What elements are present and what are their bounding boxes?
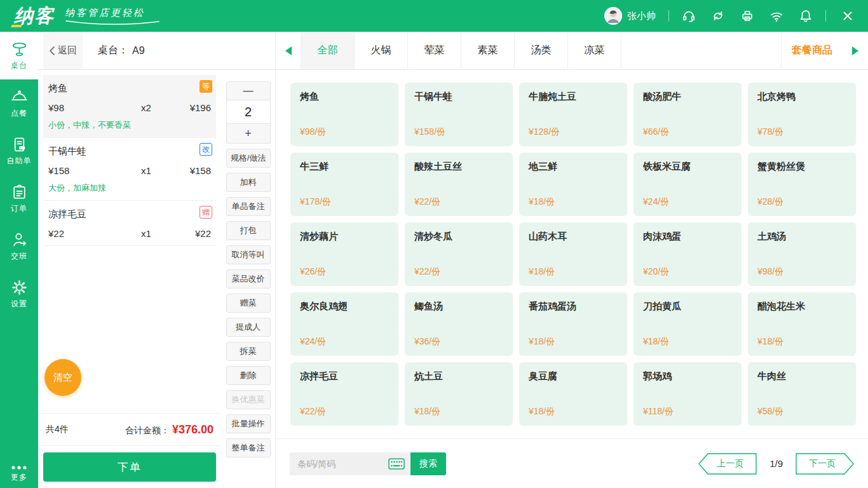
menu-item-card[interactable]: 鲫鱼汤¥36/份 xyxy=(405,292,513,356)
action-button[interactable]: 单品备注 xyxy=(226,197,271,216)
menu-item-name: 臭豆腐 xyxy=(529,370,618,383)
submit-order-button[interactable]: 下单 xyxy=(43,452,216,482)
menu-item-card[interactable]: 酸汤肥牛¥66/份 xyxy=(634,83,742,146)
sidebar-item-orders[interactable]: 订单 xyxy=(0,175,38,222)
menu-item-name: 蟹黄粉丝煲 xyxy=(757,161,846,173)
menu-item-card[interactable]: 烤鱼¥98/份 xyxy=(290,83,398,146)
menu-item-price: ¥22/份 xyxy=(300,406,389,417)
order-item-note: 小份，中辣，不要香菜 xyxy=(48,119,211,131)
menu-item-price: ¥18/份 xyxy=(529,196,618,208)
app-slogan: 纳客管店更轻松 xyxy=(65,7,160,25)
action-button[interactable]: 取消等叫 xyxy=(226,245,271,264)
keyboard-icon[interactable] xyxy=(383,452,410,475)
sidebar-item-settings[interactable]: 设置 xyxy=(0,270,38,318)
headset-icon[interactable] xyxy=(682,9,696,23)
menu-item-card[interactable]: 干锅牛蛙¥158/份 xyxy=(405,83,513,146)
sidebar-item-tables[interactable]: 桌台 xyxy=(0,32,38,79)
action-button[interactable]: 规格/做法 xyxy=(226,149,271,168)
wifi-icon[interactable] xyxy=(770,9,783,23)
action-button[interactable]: 打包 xyxy=(226,221,271,240)
action-button[interactable]: 提成人 xyxy=(226,318,271,337)
sidebar-item-self-order[interactable]: 自助单 xyxy=(0,127,38,175)
slogan-underline xyxy=(65,20,160,25)
category-tab[interactable]: 凉菜 xyxy=(567,32,621,69)
tab-combo-products[interactable]: 套餐商品 xyxy=(781,32,843,69)
menu-item-name: 刀拍黄瓜 xyxy=(643,301,732,313)
tabs-scroll-left-icon[interactable] xyxy=(276,32,301,69)
sidebar-item-shift[interactable]: 交班 xyxy=(0,222,38,270)
menu-item-price: ¥18/份 xyxy=(757,336,846,348)
menu-item-card[interactable]: 地三鲜¥18/份 xyxy=(519,152,627,216)
action-button[interactable]: 拆菜 xyxy=(226,342,271,361)
menu-item-card[interactable]: 牛肉丝¥58/份 xyxy=(748,362,856,426)
menu-item-card[interactable]: 臭豆腐¥18/份 xyxy=(519,362,627,426)
menu-item-card[interactable]: 番茄鸡蛋汤¥18/份 xyxy=(519,292,627,356)
cloche-icon xyxy=(11,88,28,105)
menu-item-card[interactable]: 刀拍黄瓜¥18/份 xyxy=(634,292,742,356)
action-button[interactable]: 批量操作 xyxy=(226,414,271,433)
menu-item-card[interactable]: 铁板米豆腐¥24/份 xyxy=(634,152,742,216)
menu-item-card[interactable]: 肉沫鸡蛋¥20/份 xyxy=(634,222,742,286)
close-icon[interactable] xyxy=(841,10,854,22)
menu-item-card[interactable]: 清炒冬瓜¥22/份 xyxy=(405,222,513,286)
menu-item-card[interactable]: 牛腩炖土豆¥128/份 xyxy=(519,83,627,146)
user-chip[interactable]: 张小帅 xyxy=(604,7,656,25)
menu-item-card[interactable]: 郭场鸡¥118/份 xyxy=(634,362,742,426)
menu-item-card[interactable]: 蟹黄粉丝煲¥28/份 xyxy=(748,152,856,216)
sidebar-item-label: 交班 xyxy=(11,251,27,262)
qty-minus-button[interactable]: — xyxy=(226,81,271,100)
barcode-search-input[interactable] xyxy=(290,452,383,475)
menu-item-price: ¥66/份 xyxy=(643,126,732,138)
sidebar-item-ordering[interactable]: 点餐 xyxy=(0,79,38,127)
search-button[interactable]: 搜索 xyxy=(410,452,446,475)
order-summary: 共4件 合计金额： ¥376.00 xyxy=(38,413,221,446)
menu-item-card[interactable]: 酸辣土豆丝¥22/份 xyxy=(405,152,513,216)
bell-icon[interactable] xyxy=(799,9,813,23)
order-item[interactable]: 干锅牛蛙改¥158x1¥158大份，加麻加辣 xyxy=(43,138,216,201)
menu-item-card[interactable]: 醋泡花生米¥18/份 xyxy=(748,292,856,356)
menu-item-card[interactable]: 炕土豆¥18/份 xyxy=(405,362,513,426)
next-page-button[interactable]: 下一页 xyxy=(796,453,854,475)
menu-item-price: ¥58/份 xyxy=(757,406,846,417)
back-button[interactable]: 返回 xyxy=(43,32,83,69)
menu-item-name: 清炒藕片 xyxy=(300,231,389,243)
category-tab[interactable]: 全部 xyxy=(301,32,355,69)
gear-icon xyxy=(11,279,28,296)
menu-item-price: ¥36/份 xyxy=(414,336,503,348)
menu-item-price: ¥18/份 xyxy=(414,406,503,417)
order-item-price: ¥22 xyxy=(48,228,127,239)
menu-item-name: 山药木耳 xyxy=(529,231,618,243)
order-item[interactable]: 凉拌毛豆赠¥22x1¥22 xyxy=(43,201,216,246)
action-button[interactable]: 菜品改价 xyxy=(226,269,271,288)
table-info: 桌台： A9 xyxy=(98,44,145,57)
category-tab[interactable]: 荤菜 xyxy=(407,32,461,69)
cloud-sync-icon[interactable] xyxy=(711,9,725,23)
prev-page-button[interactable]: 上一页 xyxy=(698,453,757,475)
tabs-scroll-right-icon[interactable] xyxy=(843,32,868,69)
action-button[interactable]: 整单备注 xyxy=(226,438,271,458)
menu-item-card[interactable]: 奥尔良鸡翅¥24/份 xyxy=(290,292,398,356)
menu-item-card[interactable]: 牛三鲜¥178/份 xyxy=(290,152,398,216)
self-order-icon xyxy=(11,136,28,153)
menu-item-card[interactable]: 北京烤鸭¥78/份 xyxy=(748,83,856,146)
menu-item-card[interactable]: 凉拌毛豆¥22/份 xyxy=(290,362,398,426)
menu-item-price: ¥18/份 xyxy=(643,336,732,348)
menu-item-card[interactable]: 土鸡汤¥98/份 xyxy=(748,222,856,286)
qty-plus-button[interactable]: + xyxy=(226,123,271,144)
menu-item-card[interactable]: 清炒藕片¥26/份 xyxy=(290,222,398,286)
category-tab[interactable]: 火锅 xyxy=(354,32,408,69)
menu-item-name: 北京烤鸭 xyxy=(757,91,846,103)
action-button[interactable]: 加料 xyxy=(226,173,271,192)
clear-order-button[interactable]: 清空 xyxy=(44,359,81,396)
action-button[interactable]: 删除 xyxy=(226,366,271,385)
menu-item-name: 鲫鱼汤 xyxy=(414,301,503,313)
user-name: 张小帅 xyxy=(627,10,656,22)
menu-item-card[interactable]: 山药木耳¥18/份 xyxy=(519,222,627,286)
category-tab[interactable]: 素菜 xyxy=(461,32,515,69)
printer-icon[interactable] xyxy=(740,9,754,23)
action-button[interactable]: 赠菜 xyxy=(226,294,271,313)
category-tab[interactable]: 汤类 xyxy=(514,32,568,69)
sidebar-item-more[interactable]: 更多 xyxy=(0,464,38,483)
order-panel: 烤鱼等¥98x2¥196小份，中辣，不要香菜干锅牛蛙改¥158x1¥158大份，… xyxy=(38,70,221,488)
order-item[interactable]: 烤鱼等¥98x2¥196小份，中辣，不要香菜 xyxy=(43,75,216,138)
